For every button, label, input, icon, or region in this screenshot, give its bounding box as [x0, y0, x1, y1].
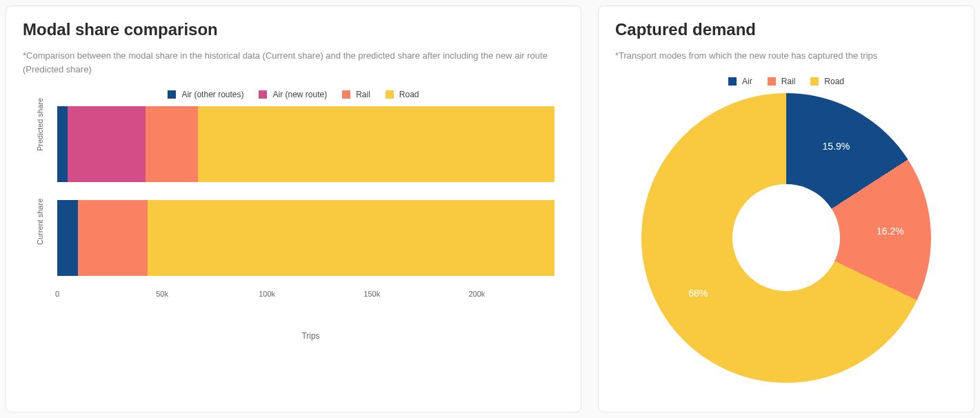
modal-share-legend-item[interactable]: Road	[386, 90, 419, 99]
modal-share-card: Modal share comparison *Comparison betwe…	[6, 6, 581, 412]
pie-label-air: 15.9%	[822, 141, 850, 152]
legend-swatch-icon	[728, 77, 737, 86]
legend-label: Road	[399, 90, 419, 99]
x-tick-label: 100k	[259, 290, 275, 298]
modal-share-legend: Air (other routes)Air (new route)RailRoa…	[23, 90, 564, 99]
legend-label: Road	[824, 77, 844, 86]
legend-swatch-icon	[810, 77, 819, 86]
captured-demand-title: Captured demand	[615, 20, 957, 39]
legend-label: Rail	[356, 90, 370, 99]
bar-segment[interactable]	[148, 200, 554, 276]
legend-label: Air	[742, 77, 752, 86]
modal-share-title: Modal share comparison	[23, 20, 564, 39]
modal-share-legend-item[interactable]: Air (other routes)	[168, 90, 243, 99]
x-tick-label: 50k	[156, 290, 168, 298]
legend-label: Air (other routes)	[181, 90, 243, 99]
captured-demand-subtitle: *Transport modes from which the new rout…	[615, 49, 957, 63]
captured-demand-legend-item[interactable]: Air	[728, 77, 752, 86]
legend-label: Air (new route)	[272, 90, 327, 99]
bar-segment[interactable]	[78, 200, 147, 276]
modal-share-chart: Predicted shareCurrent share 050k100k150…	[23, 106, 564, 341]
pie-label-road: 68%	[688, 288, 708, 299]
pie-label-rail: 16.2%	[877, 226, 904, 237]
captured-demand-legend-item[interactable]: Rail	[768, 77, 796, 86]
legend-swatch-icon	[168, 90, 176, 99]
x-axis-label: Trips	[57, 331, 564, 341]
captured-demand-card: Captured demand *Transport modes from wh…	[598, 6, 974, 412]
legend-swatch-icon	[342, 90, 350, 99]
bar-segment[interactable]	[57, 106, 68, 182]
y-axis-category-label: Predicted share	[36, 137, 44, 151]
x-tick-label: 200k	[468, 290, 485, 298]
bar-segment[interactable]	[68, 106, 146, 182]
legend-swatch-icon	[259, 90, 267, 99]
legend-label: Rail	[781, 77, 796, 86]
modal-share-subtitle: *Comparison between the modal share in t…	[23, 49, 564, 76]
y-axis-category-label: Current share	[36, 231, 44, 245]
legend-swatch-icon	[768, 77, 776, 86]
bar-row	[57, 200, 564, 276]
bar-segment[interactable]	[57, 200, 78, 276]
x-tick-label: 150k	[363, 290, 380, 298]
modal-share-legend-item[interactable]: Air (new route)	[259, 90, 327, 99]
captured-demand-legend: AirRailRoad	[615, 77, 957, 86]
bar-segment[interactable]	[198, 106, 554, 182]
modal-share-legend-item[interactable]: Rail	[342, 90, 370, 99]
captured-demand-chart: 15.9% 16.2% 68%	[641, 93, 931, 383]
captured-demand-legend-item[interactable]: Road	[810, 77, 844, 86]
bar-row	[57, 106, 564, 182]
x-tick-label: 0	[55, 290, 59, 298]
bar-segment[interactable]	[146, 106, 198, 182]
legend-swatch-icon	[386, 90, 394, 99]
